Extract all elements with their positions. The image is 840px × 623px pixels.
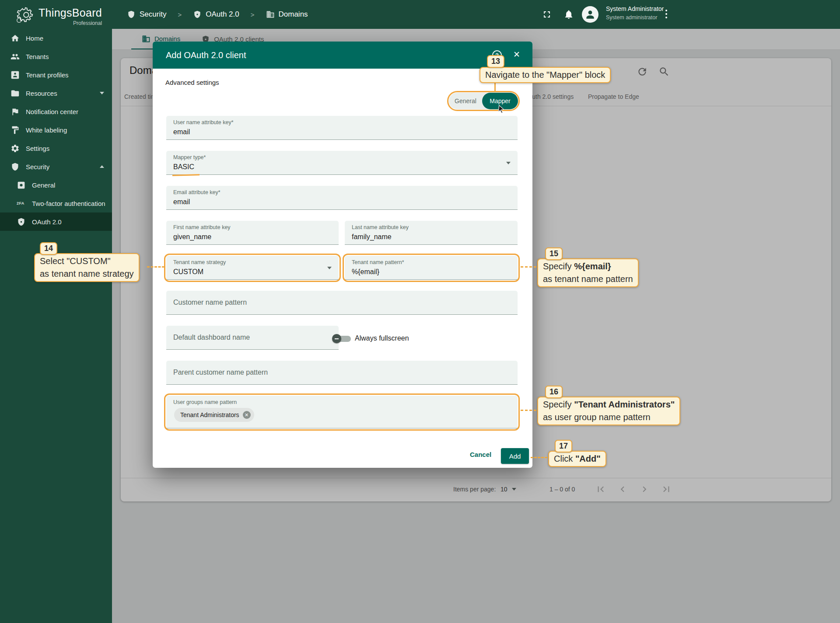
- chip-remove-icon[interactable]: ✕: [243, 411, 251, 419]
- brand-tier: Professional: [38, 20, 102, 26]
- callout-line: Select "CUSTOM": [40, 255, 134, 268]
- sidebar-item-label: OAuth 2.0: [32, 218, 62, 226]
- top-bar: Security > OAuth 2.0 > Domains: [0, 0, 840, 29]
- step-badge-14: 14: [40, 242, 57, 255]
- tenant-name-strategy-select[interactable]: Tenant name strategy CUSTOM: [166, 256, 339, 280]
- sidebar-item-two-factor-auth[interactable]: 2FA Two-factor authentication: [0, 194, 112, 212]
- breadcrumb: Security > OAuth 2.0 > Domains: [127, 0, 308, 29]
- home-icon: [10, 34, 20, 43]
- field-label: Last name attribute key: [352, 224, 409, 230]
- sidebar-item-settings[interactable]: Settings: [0, 139, 112, 157]
- callout-text: Navigate to the "Mapper" block: [485, 70, 605, 80]
- dialog-header: Add OAuth 2.0 client ? ✕: [153, 42, 532, 69]
- callout-15: Specify %{email} as tenant name pattern: [537, 258, 639, 287]
- folder-icon: [10, 89, 20, 98]
- chip-label: Tenant Administrators: [180, 411, 239, 418]
- sidebar-item-resources[interactable]: Resources: [0, 84, 112, 102]
- tenant-administrators-chip[interactable]: Tenant Administrators ✕: [174, 408, 254, 422]
- field-value: email: [173, 198, 190, 206]
- fullscreen-icon[interactable]: [542, 9, 552, 20]
- badge-icon: [10, 70, 20, 80]
- sidebar-item-notification-center[interactable]: Notification center: [0, 102, 112, 121]
- field-label: User groups name pattern: [173, 399, 237, 405]
- general-mapper-toggle: General Mapper: [449, 93, 518, 109]
- sidebar-item-tenants[interactable]: Tenants: [0, 47, 112, 66]
- toggle-general[interactable]: General: [449, 97, 482, 104]
- field-label: Mapper type*: [173, 154, 206, 160]
- kebab-menu-icon[interactable]: [665, 10, 668, 20]
- last-name-attribute-key-field[interactable]: Last name attribute key family_name: [345, 221, 518, 245]
- toggle-thumb[interactable]: [332, 334, 341, 343]
- add-oauth-client-dialog: Add OAuth 2.0 client ? ✕ Advanced settin…: [153, 42, 532, 468]
- user-avatar[interactable]: [582, 6, 598, 23]
- field-label: User name attribute key*: [173, 119, 234, 125]
- first-name-attribute-key-field[interactable]: First name attribute key given_name: [166, 221, 339, 245]
- sidebar-item-label: General: [32, 181, 55, 189]
- step-badge-16: 16: [545, 386, 563, 398]
- callout-16: Specify "Tenant Administrators" as user …: [537, 397, 680, 425]
- sidebar-item-home[interactable]: Home: [0, 29, 112, 47]
- callout-line: Specify "Tenant Administrators": [543, 398, 675, 411]
- callout-line: as user group name pattern: [543, 411, 675, 424]
- mapper-type-select[interactable]: Mapper type* BASIC: [166, 151, 518, 175]
- sidebar-item-oauth[interactable]: OAuth 2.0: [0, 212, 112, 231]
- sidebar-item-security[interactable]: Security: [0, 157, 112, 176]
- user-name: System Administrator: [606, 5, 664, 12]
- callout-17: Click "Add": [548, 451, 606, 467]
- user-groups-name-pattern-field[interactable]: User groups name pattern Tenant Administ…: [166, 396, 518, 428]
- username-attribute-key-field[interactable]: User name attribute key* email: [166, 116, 518, 140]
- sidebar-item-label: Settings: [26, 145, 49, 152]
- always-fullscreen-label: Always fullscreen: [355, 334, 409, 342]
- sidebar: ThingsBoard Professional Home Tenants Te…: [0, 0, 112, 623]
- oauth-shield-icon: [17, 217, 26, 226]
- add-button[interactable]: Add: [501, 448, 529, 464]
- breadcrumb-security[interactable]: Security: [140, 10, 166, 19]
- two-factor-icon: 2FA: [17, 201, 26, 205]
- callout-line: Click "Add": [554, 454, 601, 463]
- sidebar-item-security-general[interactable]: General: [0, 176, 112, 194]
- gear-icon: [10, 144, 20, 153]
- security-shield-icon: [127, 10, 140, 19]
- chevron-down-icon: [100, 92, 104, 94]
- field-placeholder: Customer name pattern: [173, 299, 247, 306]
- dialog-title: Add OAuth 2.0 client: [166, 42, 246, 69]
- general-settings-icon: [17, 181, 26, 190]
- oauth-shield-icon: [193, 10, 206, 19]
- brand-name: ThingsBoard: [38, 7, 102, 19]
- domains-icon: [266, 10, 279, 19]
- field-value: family_name: [352, 233, 392, 241]
- breadcrumb-oauth[interactable]: OAuth 2.0: [206, 10, 239, 19]
- parent-customer-name-pattern-field[interactable]: Parent customer name pattern: [166, 361, 518, 385]
- sidebar-item-label: White labeling: [26, 126, 67, 134]
- brand: ThingsBoard Professional: [38, 7, 102, 26]
- field-value: given_name: [173, 233, 211, 241]
- sidebar-item-label: Security: [26, 163, 49, 171]
- thingsboard-logo-icon: [15, 5, 35, 24]
- sidebar-item-label: Two-factor authentication: [32, 200, 105, 207]
- sidebar-item-tenant-profiles[interactable]: Tenant profiles: [0, 66, 112, 84]
- breadcrumb-domains[interactable]: Domains: [279, 10, 308, 19]
- screen: Security > OAuth 2.0 > Domains System Ad…: [0, 0, 840, 623]
- callout-14: Select "CUSTOM" as tenant name strategy: [34, 253, 140, 282]
- cursor-pointer-icon: [497, 104, 506, 113]
- close-icon[interactable]: ✕: [513, 49, 520, 59]
- customer-name-pattern-field[interactable]: Customer name pattern: [166, 291, 518, 315]
- field-label: Email attribute key*: [173, 189, 220, 195]
- advanced-settings-title: Advanced settings: [165, 79, 219, 86]
- sidebar-item-white-labeling[interactable]: White labeling: [0, 121, 112, 139]
- connector-15: [521, 266, 536, 268]
- tenant-name-pattern-field[interactable]: Tenant name pattern* %{email}: [345, 256, 518, 280]
- step-badge-13: 13: [487, 55, 504, 68]
- chevron-down-icon: [327, 267, 332, 269]
- notifications-bell-icon[interactable]: [564, 9, 574, 20]
- field-label: Tenant name strategy: [173, 259, 226, 265]
- field-placeholder: Parent customer name pattern: [173, 369, 268, 376]
- field-value: CUSTOM: [173, 268, 203, 276]
- email-attribute-key-field[interactable]: Email attribute key* email: [166, 186, 518, 210]
- sidebar-item-label: Tenant profiles: [26, 71, 69, 79]
- chevron-up-icon: [100, 165, 104, 168]
- callout-line: as tenant name pattern: [543, 273, 633, 285]
- breadcrumb-separator: >: [178, 11, 182, 18]
- paint-icon: [10, 125, 20, 135]
- cancel-button[interactable]: Cancel: [470, 451, 491, 458]
